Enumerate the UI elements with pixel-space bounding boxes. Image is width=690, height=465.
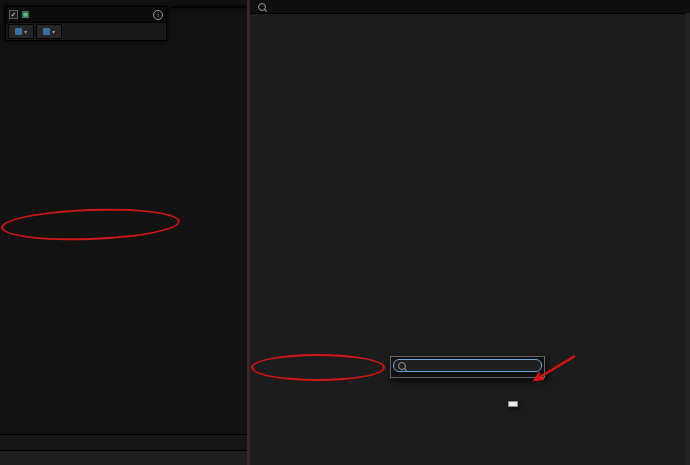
search-icon bbox=[258, 3, 266, 11]
tooltip bbox=[508, 401, 518, 407]
emitter-stack-ray-big[interactable] bbox=[171, 6, 247, 8]
bottom-tab-bar bbox=[0, 434, 247, 450]
checkbox[interactable]: ✓ bbox=[9, 10, 18, 19]
niagara-graph-canvas[interactable]: ✓▣i▾▾ bbox=[0, 0, 247, 434]
bottom-toolbar bbox=[0, 450, 247, 465]
vertical-scrollbar[interactable] bbox=[686, 13, 690, 465]
search-icon bbox=[398, 362, 406, 370]
binding-dropdown-popup bbox=[390, 356, 545, 378]
view-mode-dropdown[interactable]: ▾ bbox=[8, 24, 34, 39]
stack-search-bar[interactable] bbox=[250, 0, 690, 14]
view-mode-dropdown[interactable]: ▾ bbox=[36, 24, 62, 39]
emitter-stack-rays-side[interactable]: ✓▣i▾▾ bbox=[5, 6, 167, 41]
emitter-thumbnail-icon: ▣ bbox=[21, 10, 30, 19]
emitter-view-options-row: ▾▾ bbox=[6, 22, 166, 40]
chevron-down-icon: ▾ bbox=[52, 29, 55, 35]
details-panel bbox=[247, 0, 690, 465]
popup-search-input[interactable] bbox=[393, 359, 542, 372]
properties-list bbox=[250, 13, 690, 465]
info-icon[interactable]: i bbox=[153, 10, 163, 20]
emitter-header[interactable]: ✓▣i bbox=[6, 7, 166, 22]
view-mode-icon bbox=[15, 28, 22, 35]
view-mode-icon bbox=[43, 28, 50, 35]
chevron-down-icon: ▾ bbox=[24, 29, 27, 35]
